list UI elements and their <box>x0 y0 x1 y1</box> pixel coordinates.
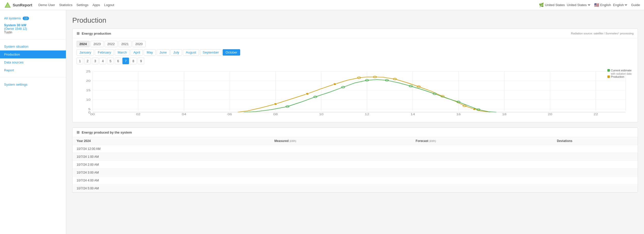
nav-statistics[interactable]: Statistics <box>59 3 72 7</box>
legend-sub: with radiation data <box>607 72 632 75</box>
country-dropdown[interactable]: United States <box>566 3 591 7</box>
sidebar-divider-2 <box>0 77 66 77</box>
svg-text:08: 08 <box>273 113 278 116</box>
svg-text:20: 20 <box>86 80 90 82</box>
cell-year: 10/7/24 4:00 AM <box>73 177 270 185</box>
measured-unit: (kWh) <box>290 140 296 142</box>
cell-deviations <box>553 169 638 177</box>
cell-deviations <box>553 177 638 185</box>
top-nav: SunReport Demo User Statistics Settings … <box>0 0 644 10</box>
country-label: United States <box>545 3 565 7</box>
legend-production: Production <box>607 75 632 78</box>
language-selector[interactable]: 🇺🇸 English English <box>594 3 628 7</box>
year-tab-2021[interactable]: 2021 <box>119 41 132 47</box>
top-right: 🌿 United States United States 🇺🇸 English… <box>539 3 640 7</box>
guide-link[interactable]: Guide <box>631 3 640 7</box>
day-tab-5[interactable]: 5 <box>107 58 114 64</box>
energy-chart-svg: 25 20 15 10 5 0 00 02 04 06 08 10 12 14 … <box>77 69 634 117</box>
month-tab-september[interactable]: September <box>200 49 222 56</box>
svg-text:25: 25 <box>86 70 90 73</box>
day-tab-3[interactable]: 3 <box>92 58 98 64</box>
nav-apps[interactable]: Apps <box>92 3 100 7</box>
nav-demo-user[interactable]: Demo User <box>38 3 55 7</box>
cell-year: 10/7/24 5:00 AM <box>73 185 270 192</box>
chart-container: Current estimate with radiation data Pro… <box>73 66 638 122</box>
svg-text:04: 04 <box>182 113 186 116</box>
month-tab-march[interactable]: March <box>115 49 130 56</box>
cell-forecast <box>412 177 553 185</box>
svg-text:00: 00 <box>90 113 95 116</box>
legend-dot-yellow <box>607 75 610 78</box>
sidebar-item-system-settings[interactable]: System settings <box>0 81 66 88</box>
legend-dot-green <box>607 69 610 72</box>
cell-measured <box>270 161 411 169</box>
svg-text:15: 15 <box>86 89 90 92</box>
day-tab-8[interactable]: 8 <box>130 58 137 64</box>
svg-text:10: 10 <box>86 98 90 101</box>
logo[interactable]: SunReport <box>4 2 32 9</box>
svg-text:20: 20 <box>548 113 552 116</box>
nav-settings[interactable]: Settings <box>76 3 88 7</box>
month-tab-february[interactable]: February <box>95 49 114 56</box>
sidebar-link-report[interactable]: Report <box>0 66 66 74</box>
month-tab-january[interactable]: January <box>77 49 94 56</box>
country-selector[interactable]: 🌿 United States United States <box>539 3 591 7</box>
nav-logout[interactable]: Logout <box>104 3 114 7</box>
cell-measured <box>270 153 411 161</box>
year-tab-2020[interactable]: 2020 <box>133 41 146 47</box>
energy-table-title: Energy produced by the system <box>82 131 132 134</box>
svg-text:16: 16 <box>456 113 461 116</box>
energy-production-header: ⊞ Energy production Radiation source: sa… <box>73 29 638 38</box>
legend-production-label: Production <box>611 75 624 78</box>
systems-badge: 13 <box>23 17 29 20</box>
sidebar-item-report[interactable]: Report <box>0 66 66 74</box>
day-tab-6[interactable]: 6 <box>115 58 121 64</box>
table-row: 10/7/24 3:00 AM <box>73 169 638 177</box>
year-tab-2024[interactable]: 2024 <box>77 41 90 47</box>
day-tab-4[interactable]: 4 <box>99 58 106 64</box>
month-tab-october[interactable]: October <box>223 49 240 56</box>
sidebar: All systems 13 System 30 kW (Owner 1548 … <box>0 10 66 234</box>
table-header-row: Year 2024 Measured (kWh) Forecast (kWh) … <box>73 137 638 145</box>
system-sub: (Owner 1548 12) <box>4 27 62 31</box>
year-tabs: 2024 2023 2022 2021 2020 <box>73 38 638 47</box>
table-body: 10/7/24 12:00 AM 10/7/24 1:00 AM 10/7/24… <box>73 145 638 192</box>
month-tab-april[interactable]: April <box>131 49 143 56</box>
day-tab-2[interactable]: 2 <box>84 58 91 64</box>
sidebar-link-system-situation[interactable]: System situation <box>0 43 66 50</box>
col-header-forecast: Forecast (kWh) <box>412 137 553 145</box>
month-tab-may[interactable]: May <box>144 49 156 56</box>
all-systems-link[interactable]: All systems 13 <box>4 16 29 20</box>
nav-links: Demo User Statistics Settings Apps Logou… <box>38 3 539 7</box>
sidebar-item-data-sources[interactable]: Data sources <box>0 58 66 66</box>
col-header-deviations: Deviations <box>553 137 638 145</box>
svg-text:10: 10 <box>319 113 323 116</box>
cell-deviations <box>553 185 638 192</box>
layout: All systems 13 System 30 kW (Owner 1548 … <box>0 10 644 234</box>
cell-forecast <box>412 185 553 192</box>
sidebar-item-production[interactable]: Production <box>0 50 66 58</box>
year-tab-2023[interactable]: 2023 <box>91 41 104 47</box>
cell-forecast <box>412 161 553 169</box>
col-header-year: Year 2024 <box>73 137 270 145</box>
year-tab-2022[interactable]: 2022 <box>105 41 118 47</box>
energy-production-title: Energy production <box>82 32 111 35</box>
energy-production-card: ⊞ Energy production Radiation source: sa… <box>72 29 638 122</box>
day-tab-1[interactable]: 1 <box>77 58 83 64</box>
month-tab-july[interactable]: July <box>170 49 182 56</box>
language-label: English <box>600 3 611 7</box>
language-dropdown[interactable]: English <box>612 3 628 7</box>
month-tab-august[interactable]: August <box>183 49 199 56</box>
month-tab-june[interactable]: June <box>157 49 169 56</box>
cell-measured <box>270 169 411 177</box>
svg-text:02: 02 <box>136 113 140 116</box>
svg-point-38 <box>274 103 277 105</box>
sidebar-link-production[interactable]: Production <box>0 50 66 58</box>
sidebar-nav: System situation Production Data sources… <box>0 43 66 74</box>
sidebar-link-data-sources[interactable]: Data sources <box>0 58 66 66</box>
sidebar-item-system-situation[interactable]: System situation <box>0 43 66 50</box>
svg-text:06: 06 <box>227 113 232 116</box>
day-tab-9[interactable]: 9 <box>138 58 144 64</box>
sidebar-link-system-settings[interactable]: System settings <box>0 81 66 88</box>
day-tab-7[interactable]: 7 <box>122 58 129 64</box>
